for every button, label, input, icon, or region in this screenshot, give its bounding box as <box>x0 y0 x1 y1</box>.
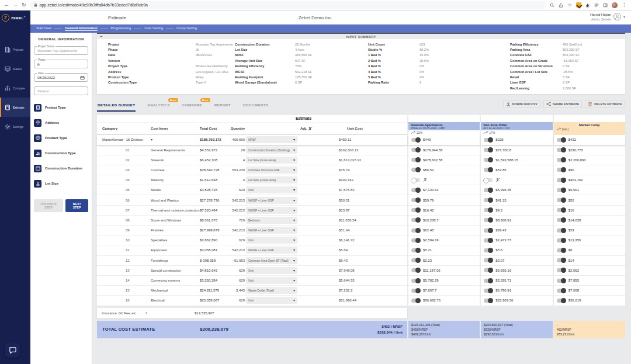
section-construction-type[interactable]: Construction Type <box>34 145 88 161</box>
comparison-toggle[interactable] <box>557 268 566 272</box>
comparison-toggle[interactable] <box>484 279 493 283</box>
comparison-header[interactable]: San Jose VillasAll / 12-22-2020 / V10 <box>481 122 552 130</box>
comparison-toggle[interactable] <box>411 158 420 162</box>
step-cost-setting[interactable]: Cost Setting <box>144 26 163 31</box>
reload-icon[interactable]: ↻ <box>22 2 26 8</box>
comparison-header[interactable]: Amanda ApartmentsPhase A / 06-05-2020 / … <box>408 122 480 130</box>
phase-field[interactable]: Phasejk <box>34 60 88 68</box>
comparison-toggle[interactable] <box>411 299 420 303</box>
share-icon[interactable] <box>559 3 563 8</box>
quantity-basis-select[interactable]: Waste Outlet (Total)▾ <box>246 287 297 294</box>
comparison-toggle[interactable] <box>557 218 566 222</box>
comparison-toggle[interactable] <box>484 268 493 272</box>
forward-icon[interactable]: → <box>13 2 18 8</box>
profile-avatar[interactable] <box>612 2 618 8</box>
delete-estimate-button[interactable]: DELETE ESTIMATE <box>585 100 625 108</box>
quantity-basis-select[interactable]: Unit▾ <box>246 237 297 244</box>
comparison-toggle[interactable] <box>411 258 420 262</box>
tab-report[interactable]: REPORT <box>214 100 231 112</box>
section-lot-size[interactable]: Lot Size <box>34 176 88 191</box>
project-name-field[interactable]: Project NameMountain Top Apartments <box>34 46 88 55</box>
comparison-toggle[interactable] <box>484 198 493 202</box>
sidebar-item-market[interactable]: Market <box>0 59 30 78</box>
comparison-toggle[interactable] <box>557 198 566 202</box>
comparison-toggle[interactable] <box>484 188 493 192</box>
comparison-toggle[interactable] <box>484 218 493 222</box>
comparison-toggle[interactable] <box>484 168 493 172</box>
comparison-toggle[interactable] <box>411 188 420 192</box>
expand-chevron-icon[interactable]: ‹ <box>145 311 195 315</box>
quantity-basis-select[interactable]: WGSF + Liner GSF▾ <box>246 227 297 234</box>
section-address[interactable]: Address <box>34 115 88 130</box>
comparison-toggle[interactable] <box>411 138 420 142</box>
comparison-toggle[interactable] <box>557 299 566 303</box>
quantity-basis-select[interactable]: NRSF▾ <box>246 136 297 143</box>
step-comp-setting[interactable]: Comp Setting <box>176 26 197 31</box>
comparison-toggle[interactable] <box>557 228 566 233</box>
quantity-basis-select[interactable]: Lot Size (Gross Acre)▾ <box>246 176 297 183</box>
user-menu[interactable]: Hamid Hajian Admin, Zebeler ▾ <box>590 13 625 21</box>
quantity-basis-select[interactable]: Unit▾ <box>246 267 297 274</box>
extension-orange-icon[interactable] <box>576 2 581 8</box>
sidebar-item-estimate[interactable]: Estimate <box>0 98 30 117</box>
quantity-basis-select[interactable]: Unit▾ <box>246 186 297 193</box>
comparison-toggle[interactable] <box>411 228 420 233</box>
quantity-basis-select[interactable]: Concrete Structure GSF▾ <box>246 167 297 174</box>
share-estimate-button[interactable]: SHARE ESTIMATE <box>543 100 582 108</box>
comparison-toggle[interactable] <box>557 279 566 283</box>
sidebar-item-settings[interactable]: Settings <box>0 117 30 136</box>
quantity-basis-select[interactable]: Unit▾ <box>246 277 297 284</box>
comparison-toggle[interactable] <box>557 158 566 162</box>
comparison-toggle[interactable] <box>411 168 420 172</box>
comparison-toggle[interactable] <box>411 178 420 182</box>
comparison-toggle[interactable] <box>484 228 493 233</box>
side-panel-icon[interactable] <box>603 3 608 8</box>
tab-documents[interactable]: DOCUMENTS <box>242 100 269 112</box>
chat-button[interactable] <box>5 342 20 358</box>
quantity-basis-select[interactable]: Bedroom▾ <box>246 217 297 224</box>
comparison-toggle[interactable] <box>557 188 566 192</box>
step-start-over[interactable]: Start Over <box>36 26 51 31</box>
comparison-toggle[interactable] <box>557 289 566 293</box>
comparison-toggle[interactable] <box>557 258 566 262</box>
quantity-basis-select[interactable]: WGSF + Liner GSF▾ <box>246 247 297 254</box>
comparison-toggle[interactable] <box>411 218 420 222</box>
section-project-type[interactable]: Project Type <box>34 100 88 115</box>
quantity-basis-select[interactable]: Unit▾ <box>246 297 297 304</box>
tab-analytics[interactable]: ANALYTICSBeta <box>147 100 170 112</box>
quantity-basis-select[interactable]: WGSF + Liner GSF▾ <box>246 197 297 204</box>
step-programming[interactable]: Programming <box>111 26 131 31</box>
comparison-toggle[interactable] <box>411 289 420 293</box>
comparison-toggle[interactable] <box>557 238 566 242</box>
quantity-basis-select[interactable]: Lot Size (Gross Acre)▾ <box>246 157 297 164</box>
brand-logo[interactable]: Z ZEBEL® <box>0 11 30 25</box>
comparison-toggle[interactable] <box>484 138 493 142</box>
collapse-minus-icon[interactable]: – <box>100 33 103 39</box>
comparison-toggle[interactable] <box>557 178 566 182</box>
sidebar-item-compare[interactable]: Compare <box>0 78 30 98</box>
section-product-type[interactable]: Product Type <box>34 130 88 145</box>
comparison-toggle[interactable] <box>557 248 566 252</box>
comparison-toggle[interactable] <box>557 148 566 152</box>
extension-icon[interactable] <box>585 3 590 8</box>
comparison-toggle[interactable] <box>411 208 420 212</box>
quantity-basis-select[interactable]: Common Area Open SF (Total)▾ <box>246 257 297 264</box>
collapse-chevron-icon[interactable]: ▾ <box>151 138 200 141</box>
previous-step-button[interactable]: PREVIOUS STEP <box>34 199 63 212</box>
comparison-toggle[interactable] <box>484 258 493 262</box>
address-bar[interactable]: app.zebel.io/estimate/49e90b3fffa84db7b3… <box>30 1 546 9</box>
sidebar-item-projects[interactable]: Projects <box>0 40 30 59</box>
comparison-toggle[interactable] <box>557 138 566 142</box>
masterformat-row[interactable]: Masterformat - 16 Division ▾ $186,702,17… <box>97 135 407 145</box>
section-construction-duration[interactable]: Construction Duration <box>34 161 88 176</box>
quantity-basis-select[interactable]: Construction Duration (Building)▾ <box>246 147 297 154</box>
next-step-button[interactable]: NEXT STEP <box>65 199 88 212</box>
comparison-toggle[interactable] <box>411 198 420 202</box>
comparison-toggle[interactable] <box>484 208 493 212</box>
tab-detailed-budget[interactable]: DETAILED BUDGET <box>97 100 136 112</box>
comparison-toggle[interactable] <box>484 158 493 162</box>
quantity-basis-select[interactable]: WGSF + Liner GSF▾ <box>246 207 297 214</box>
menu-kebab-icon[interactable]: ⋮ <box>622 2 627 8</box>
comparison-toggle[interactable] <box>557 208 566 212</box>
version-field[interactable]: Version <box>34 86 88 95</box>
